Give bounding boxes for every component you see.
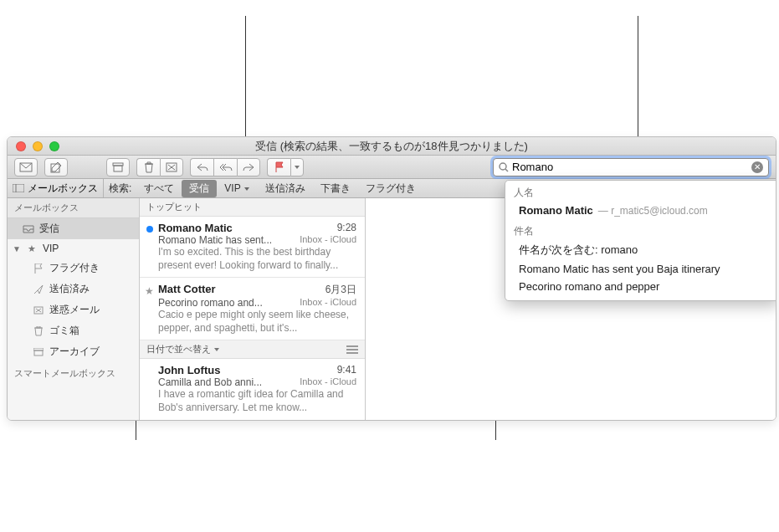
- flag-button[interactable]: [267, 158, 290, 176]
- suggestion-header-subject: 件名: [505, 219, 776, 240]
- message-folder: Inbox - iCloud: [300, 297, 356, 309]
- scope-inbox[interactable]: 受信: [182, 180, 217, 197]
- message-subject: Camilla and Bob anni...: [158, 376, 295, 388]
- suggestion-subject-item[interactable]: Romano Matic has sent you Baja itinerary: [505, 260, 776, 278]
- sidebar-item-label: 送信済み: [49, 282, 90, 296]
- sidebar-item-label: ゴミ箱: [49, 324, 79, 338]
- message-row[interactable]: John Loftus 9:41 Camilla and Bob anni...…: [140, 359, 365, 420]
- sidebar-item-vip[interactable]: ▼ ★ VIP: [8, 239, 139, 258]
- vip-star-icon: ★: [145, 285, 154, 297]
- sidebar-item-label: 迷惑メール: [49, 303, 100, 317]
- trash-icon: [33, 326, 44, 336]
- message-row[interactable]: ★ Matt Cotter 6月3日 Pecorino romano and..…: [140, 278, 365, 340]
- delete-button[interactable]: [136, 158, 160, 176]
- suggestion-subject-item[interactable]: Pecorino romano and pepper: [505, 278, 776, 295]
- scope-search-label: 検索:: [104, 182, 136, 196]
- section-top-hits: トップヒット: [140, 198, 365, 217]
- toolbar: ✕: [8, 156, 776, 179]
- message-folder: Inbox - iCloud: [300, 376, 356, 388]
- suggestion-subject-contains[interactable]: 件名が次を含む: romano: [505, 240, 776, 260]
- sidebar-item-junk[interactable]: 迷惑メール: [8, 299, 139, 320]
- message-from: Romano Matic: [158, 222, 233, 234]
- sidebar: メールボックス 受信 ▼ ★ VIP フラグ付き 送信済み 迷惑メール: [8, 198, 140, 420]
- inbox-icon: [23, 224, 34, 234]
- scope-all[interactable]: すべて: [136, 180, 182, 197]
- flag-icon: [33, 263, 44, 274]
- window-title: 受信 (検索の結果、一致するものが18件見つかりました): [8, 139, 776, 154]
- message-subject: Pecorino romano and...: [158, 297, 295, 309]
- mailboxes-toggle[interactable]: メールボックス: [8, 179, 104, 197]
- sidebar-item-label: フラグ付き: [49, 261, 100, 275]
- message-preview: I have a romantic gift idea for Camilla …: [158, 388, 356, 414]
- flag-menu-button[interactable]: [290, 158, 304, 176]
- reply-all-button[interactable]: [213, 158, 237, 176]
- titlebar: 受信 (検索の結果、一致するものが18件見つかりました): [8, 137, 776, 156]
- clear-search-icon[interactable]: ✕: [751, 161, 763, 173]
- star-icon: ★: [26, 243, 38, 253]
- sidebar-item-label: アーカイブ: [49, 345, 100, 359]
- svg-rect-13: [346, 352, 358, 354]
- message-time: 9:28: [337, 222, 356, 234]
- sidebar-item-archive[interactable]: アーカイブ: [8, 341, 139, 362]
- message-subject: Romano Matic has sent...: [158, 234, 295, 246]
- message-time: 9:41: [337, 364, 356, 376]
- archive-button[interactable]: [106, 158, 130, 176]
- sidebar-item-sent[interactable]: 送信済み: [8, 279, 139, 299]
- message-from: Matt Cotter: [158, 283, 216, 297]
- sidebar-item-label: VIP: [43, 243, 59, 254]
- sidebar-item-label: 受信: [39, 222, 59, 236]
- sidebar-item-flagged[interactable]: フラグ付き: [8, 258, 139, 279]
- svg-rect-11: [346, 345, 358, 347]
- search-suggestions-popup: 人名 Romano Matic — r_matic5@icloud.com 件名…: [505, 180, 776, 301]
- archive-icon: [33, 347, 44, 357]
- search-icon: [499, 162, 509, 172]
- message-preview: I'm so excited. This is the best birthda…: [158, 246, 356, 272]
- list-options-icon[interactable]: [346, 345, 358, 354]
- junk-button[interactable]: [160, 158, 183, 176]
- reply-button[interactable]: [190, 158, 213, 176]
- sidebar-item-trash[interactable]: ゴミ箱: [8, 320, 139, 341]
- sidebar-header: メールボックス: [8, 198, 139, 218]
- section-sort[interactable]: 日付で並べ替え: [140, 340, 365, 359]
- message-time: 6月3日: [325, 283, 356, 297]
- svg-rect-12: [346, 349, 358, 350]
- search-input[interactable]: [509, 161, 751, 173]
- svg-point-5: [500, 163, 506, 170]
- scope-sent[interactable]: 送信済み: [258, 180, 313, 197]
- search-field[interactable]: ✕: [493, 158, 769, 176]
- message-row[interactable]: Romano Matic 9:28 Romano Matic has sent.…: [140, 217, 365, 278]
- svg-rect-6: [13, 184, 24, 192]
- message-from: John Loftus: [158, 364, 220, 376]
- suggestion-header-people: 人名: [505, 181, 776, 202]
- message-preview: Cacio e pepe might only seem like cheese…: [158, 309, 356, 335]
- forward-button[interactable]: [237, 158, 260, 176]
- svg-rect-10: [34, 350, 43, 356]
- sidebar-smart-label: スマートメールボックス: [8, 362, 139, 381]
- svg-rect-3: [114, 166, 122, 171]
- message-folder: Inbox - iCloud: [300, 234, 356, 246]
- get-mail-button[interactable]: [14, 158, 38, 176]
- disclosure-icon[interactable]: ▼: [13, 244, 21, 253]
- scope-vip[interactable]: VIP: [217, 181, 257, 196]
- scope-drafts[interactable]: 下書き: [313, 180, 358, 197]
- unread-indicator-icon: [146, 226, 153, 233]
- scope-flagged[interactable]: フラグ付き: [358, 180, 423, 197]
- sent-icon: [33, 284, 44, 294]
- message-list: トップヒット Romano Matic 9:28 Romano Matic ha…: [140, 198, 366, 420]
- sidebar-item-inbox[interactable]: 受信: [8, 218, 139, 239]
- compose-button[interactable]: [44, 158, 68, 176]
- mail-window: 受信 (検索の結果、一致するものが18件見つかりました): [7, 136, 776, 421]
- junk-icon: [33, 305, 44, 315]
- suggestion-person[interactable]: Romano Matic — r_matic5@icloud.com: [505, 202, 776, 219]
